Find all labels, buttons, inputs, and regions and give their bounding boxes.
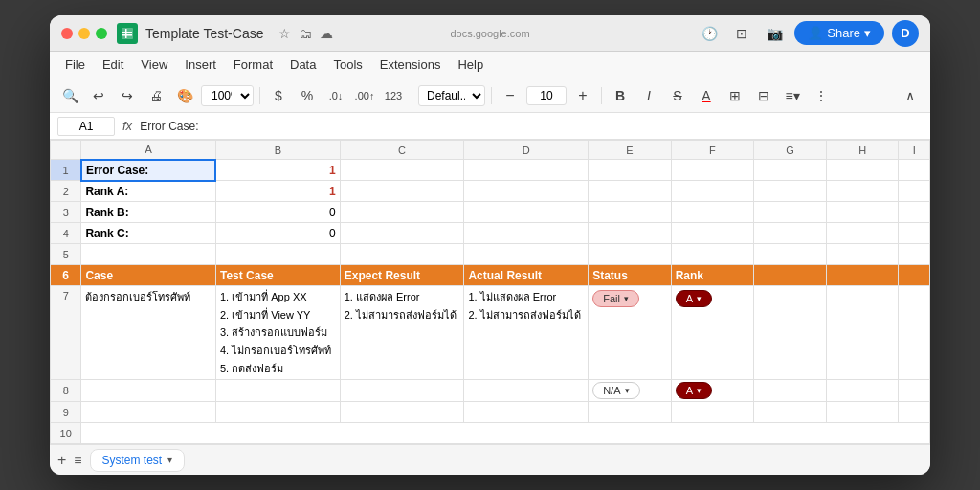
cell-C4[interactable]: [340, 223, 464, 244]
cell-row10[interactable]: [81, 423, 930, 444]
cell-E6[interactable]: Status: [589, 265, 671, 286]
cell-H7[interactable]: [826, 286, 899, 380]
font-increase-icon[interactable]: +: [570, 83, 595, 108]
cell-I3[interactable]: [899, 202, 930, 223]
cell-E8[interactable]: N/A ▾: [589, 380, 671, 402]
cell-I6[interactable]: [899, 265, 930, 286]
cell-D1[interactable]: [464, 160, 589, 181]
sheet-list-button[interactable]: ≡: [74, 453, 81, 468]
col-header-B[interactable]: B: [215, 141, 340, 160]
format-123-icon[interactable]: 123: [381, 83, 406, 108]
cell-F8[interactable]: A ▾: [671, 380, 753, 402]
cell-F5[interactable]: [671, 244, 753, 265]
col-header-H[interactable]: H: [826, 141, 899, 160]
col-header-D[interactable]: D: [464, 141, 589, 160]
cell-B4[interactable]: 0: [215, 223, 340, 244]
menu-format[interactable]: Format: [226, 56, 280, 74]
zoom-out-icon[interactable]: 🔍: [57, 83, 82, 108]
cell-I5[interactable]: [899, 244, 930, 265]
star-icon[interactable]: ☆: [278, 26, 291, 41]
col-header-E[interactable]: E: [589, 141, 671, 160]
font-select[interactable]: Defaul...: [418, 85, 485, 106]
borders-icon[interactable]: ⊞: [723, 83, 747, 108]
cell-H1[interactable]: [826, 160, 899, 181]
share-button[interactable]: 👤 Share ▾: [794, 21, 884, 45]
cell-G6[interactable]: [754, 265, 827, 286]
cell-B3[interactable]: 0: [215, 202, 340, 223]
cell-C1[interactable]: [340, 160, 464, 181]
cell-H9[interactable]: [826, 402, 899, 423]
camera-icon[interactable]: 📷: [762, 21, 787, 46]
cell-D9[interactable]: [464, 402, 589, 423]
cell-F1[interactable]: [671, 160, 753, 181]
cell-H8[interactable]: [826, 380, 899, 402]
cell-E3[interactable]: [589, 202, 671, 223]
status-badge-fail[interactable]: Fail ▾: [592, 290, 639, 307]
bold-icon[interactable]: B: [608, 83, 633, 108]
cell-A5[interactable]: [81, 244, 216, 265]
cell-B6[interactable]: Test Case: [215, 265, 340, 286]
cell-C6[interactable]: Expect Result: [340, 265, 464, 286]
avatar[interactable]: D: [892, 20, 919, 47]
cell-G2[interactable]: [754, 181, 827, 202]
col-header-G[interactable]: G: [754, 141, 827, 160]
rank-badge-A[interactable]: A ▾: [676, 290, 712, 307]
cell-F4[interactable]: [671, 223, 753, 244]
col-header-I[interactable]: I: [899, 141, 930, 160]
maximize-button[interactable]: [96, 28, 107, 39]
cell-A4[interactable]: Rank C:: [81, 223, 216, 244]
cell-H5[interactable]: [826, 244, 899, 265]
cell-E5[interactable]: [589, 244, 671, 265]
cell-E9[interactable]: [589, 402, 671, 423]
cell-I8[interactable]: [899, 380, 930, 402]
cell-F3[interactable]: [671, 202, 753, 223]
cell-C9[interactable]: [340, 402, 464, 423]
collapse-icon[interactable]: ∧: [898, 83, 923, 108]
more-icon[interactable]: ⋮: [809, 83, 834, 108]
cell-G1[interactable]: [754, 160, 827, 181]
col-header-F[interactable]: F: [671, 141, 753, 160]
cell-C7[interactable]: 1. แสดงผล Error 2. ไม่สามารถส่งฟอร์มได้: [340, 286, 464, 380]
cell-D7[interactable]: 1. ไม่แสดงผล Error 2. ไม่สามารถส่งฟอร์มไ…: [464, 286, 589, 380]
menu-edit[interactable]: Edit: [95, 56, 131, 74]
cell-B2[interactable]: 1: [215, 181, 340, 202]
add-sheet-button[interactable]: +: [57, 452, 66, 469]
cell-A7[interactable]: ต้องกรอกเบอร์โทรศัพท์: [81, 286, 216, 380]
cell-G4[interactable]: [754, 223, 827, 244]
minimize-button[interactable]: [78, 28, 90, 39]
currency-icon[interactable]: $: [266, 83, 291, 108]
cell-D4[interactable]: [464, 223, 589, 244]
cell-B9[interactable]: [215, 402, 340, 423]
align-icon[interactable]: ≡▾: [780, 83, 805, 108]
undo-icon[interactable]: ↩: [86, 83, 111, 108]
menu-insert[interactable]: Insert: [177, 56, 224, 74]
cell-H6[interactable]: [826, 265, 899, 286]
cell-D8[interactable]: [464, 380, 589, 402]
strikethrough-icon[interactable]: S: [665, 83, 690, 108]
cell-A2[interactable]: Rank A:: [81, 181, 216, 202]
col-header-C[interactable]: C: [340, 141, 464, 160]
cell-I1[interactable]: [899, 160, 930, 181]
cell-H3[interactable]: [826, 202, 899, 223]
cell-B7[interactable]: 1. เข้ามาที่ App XX 2. เข้ามาที่ View YY…: [215, 286, 340, 380]
cell-C8[interactable]: [340, 380, 464, 402]
cell-G7[interactable]: [754, 286, 827, 380]
cell-F7[interactable]: A ▾: [671, 286, 753, 380]
cell-I9[interactable]: [899, 402, 930, 423]
cell-B8[interactable]: [215, 380, 340, 402]
menu-extensions[interactable]: Extensions: [372, 56, 449, 74]
decimal-increase-icon[interactable]: .00↑: [352, 83, 377, 108]
decimal-decrease-icon[interactable]: .0↓: [323, 83, 348, 108]
col-header-A[interactable]: A: [81, 141, 216, 160]
menu-data[interactable]: Data: [282, 56, 323, 74]
font-decrease-icon[interactable]: −: [498, 83, 523, 108]
cell-G5[interactable]: [754, 244, 827, 265]
cell-D6[interactable]: Actual Result: [464, 265, 589, 286]
cell-D5[interactable]: [464, 244, 589, 265]
print-icon[interactable]: 🖨: [144, 83, 168, 108]
cell-B1[interactable]: 1: [215, 160, 340, 181]
status-badge-na[interactable]: N/A ▾: [592, 382, 639, 399]
cell-E2[interactable]: [589, 181, 671, 202]
cell-A9[interactable]: [81, 402, 216, 423]
merge-icon[interactable]: ⊟: [751, 83, 776, 108]
